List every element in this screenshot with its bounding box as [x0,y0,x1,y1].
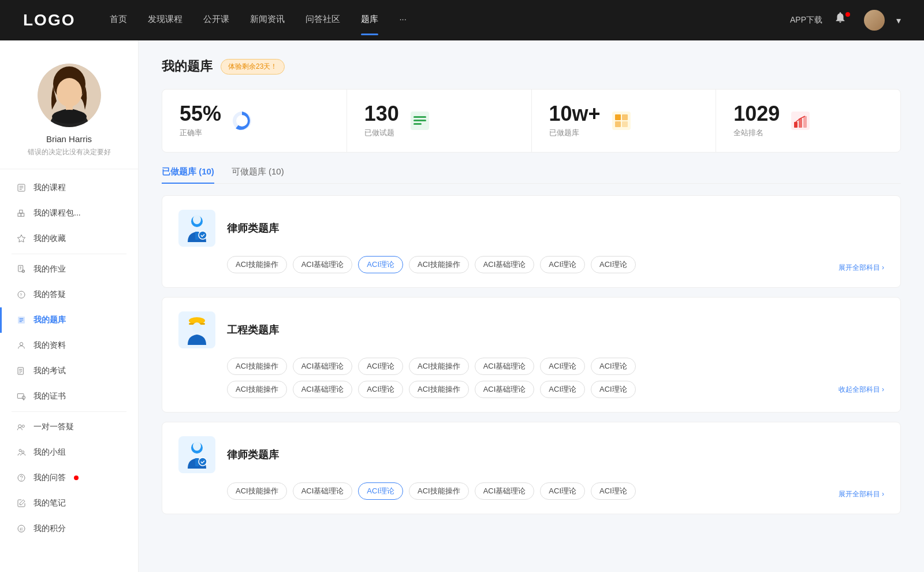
tag-1-1[interactable]: ACI技能操作 [227,256,287,273]
sidebar-item-homework[interactable]: 我的作业 [0,257,138,282]
bank-card-lawyer-1: 律师类题库 ACI技能操作 ACI基础理论 ACI理论 ACI技能操作 ACI基… [162,195,901,288]
svg-rect-40 [612,112,631,130]
stat-rank-label: 全站排名 [733,128,780,138]
tag-1-5[interactable]: ACI基础理论 [475,256,535,273]
list-icon [409,110,430,131]
tag-3-1[interactable]: ACI技能操作 [227,482,287,500]
sidebar-item-qbank[interactable]: 我的题库 [0,307,138,333]
avatar[interactable] [864,10,885,31]
sidebar-label-qbank: 我的题库 [33,315,66,325]
tag-2-2[interactable]: ACI基础理论 [293,358,353,375]
1on1-icon [16,422,27,432]
tag-2-13[interactable]: ACI理论 [540,381,585,398]
tag-1-6[interactable]: ACI理论 [540,256,585,273]
questions-icon [408,109,431,132]
nav-more[interactable]: ··· [399,14,407,27]
tag-3-4[interactable]: ACI技能操作 [409,482,469,500]
sidebar-label-notes: 我的笔记 [33,498,66,508]
sidebar-item-courses[interactable]: 我的课程 [0,175,138,200]
page-title: 我的题库 [162,58,213,75]
tag-1-7[interactable]: ACI理论 [591,256,636,273]
tag-2-10[interactable]: ACI理论 [358,381,403,398]
notification-bell[interactable] [834,11,852,29]
bank-tags-2-row2: ACI技能操作 ACI基础理论 ACI理论 ACI技能操作 ACI基础理论 AC… [227,381,884,398]
exams-icon [16,366,27,376]
engineer-figure [183,315,211,345]
chevron-down-icon[interactable]: ▾ [896,15,901,26]
svg-point-31 [21,480,21,480]
bank-tags-1: ACI技能操作 ACI基础理论 ACI理论 ACI技能操作 ACI基础理论 AC… [227,256,884,273]
answers-icon: ? [16,289,27,300]
tag-2-9[interactable]: ACI基础理论 [293,381,353,398]
tab-done-banks[interactable]: 已做题库 (10) [162,166,214,183]
sidebar-item-notes[interactable]: 我的笔记 [0,491,138,516]
nav-news[interactable]: 新闻资讯 [250,14,285,27]
courses-icon [16,183,27,193]
tag-3-2[interactable]: ACI基础理论 [293,482,353,500]
bell-icon [834,11,847,24]
stat-rank-value: 1029 [733,103,780,124]
sidebar-label-exams: 我的考试 [33,366,66,376]
nav-right: APP下载 ▾ [790,10,901,31]
nav-question-bank[interactable]: 题库 [361,14,378,27]
tag-2-4[interactable]: ACI技能操作 [409,358,469,375]
sidebar-item-1on1[interactable]: 一对一答疑 [0,414,138,440]
tag-2-3[interactable]: ACI理论 [358,358,403,375]
sidebar-label-certs: 我的证书 [33,391,66,402]
stat-banks-label: 已做题库 [549,128,601,138]
svg-rect-39 [413,123,422,125]
navbar: LOGO 首页 发现课程 公开课 新闻资讯 问答社区 题库 ··· APP下载 … [0,0,924,40]
expand-btn-1[interactable]: 展开全部科目 › [839,263,884,273]
tab-todo-banks[interactable]: 可做题库 (10) [232,166,284,183]
nav-open-course[interactable]: 公开课 [203,14,229,27]
app-download-btn[interactable]: APP下载 [790,15,822,25]
svg-point-29 [22,451,24,453]
tag-3-7[interactable]: ACI理论 [591,482,636,500]
svg-point-4 [52,110,87,124]
tag-2-12[interactable]: ACI基础理论 [475,381,535,398]
sidebar-item-favorites[interactable]: 我的收藏 [0,226,138,251]
tag-3-3[interactable]: ACI理论 [358,482,403,500]
profile-avatar [38,64,101,127]
page-header: 我的题库 体验剩余23天！ [162,58,901,75]
sidebar-label-points: 我的积分 [33,523,66,534]
packages-icon [16,208,27,218]
svg-rect-9 [18,213,21,216]
notification-dot [845,12,850,17]
svg-point-56 [192,322,202,333]
tag-1-3[interactable]: ACI理论 [358,256,403,273]
sidebar-label-1on1: 一对一答疑 [33,422,74,432]
sidebar-item-certs[interactable]: 我的证书 [0,384,138,409]
sidebar-item-points[interactable]: 积 我的积分 [0,516,138,541]
tag-3-5[interactable]: ACI基础理论 [475,482,535,500]
points-icon: 积 [16,523,27,534]
tag-1-4[interactable]: ACI技能操作 [409,256,469,273]
svg-rect-37 [413,116,426,118]
svg-rect-10 [21,213,24,216]
tag-2-6[interactable]: ACI理论 [540,358,585,375]
sidebar-item-exams[interactable]: 我的考试 [0,358,138,384]
sidebar-label-homework: 我的作业 [33,264,66,274]
sidebar-item-packages[interactable]: 我的课程包... [0,200,138,226]
bank-title-3: 律师类题库 [227,448,279,462]
sidebar-item-myqa[interactable]: 我的问答 [0,465,138,491]
sidebar-item-groups[interactable]: 我的小组 [0,440,138,465]
sidebar: Brian Harris 错误的决定比没有决定要好 我的课程 我的课程包... [0,40,139,572]
tag-2-11[interactable]: ACI技能操作 [409,381,469,398]
tag-2-8[interactable]: ACI技能操作 [227,381,287,398]
nav-qa[interactable]: 问答社区 [305,14,340,27]
collapse-btn-2[interactable]: 收起全部科目 › [839,385,884,395]
nav-discover[interactable]: 发现课程 [148,14,182,27]
accuracy-icon [230,109,254,132]
nav-home[interactable]: 首页 [110,14,127,27]
logo: LOGO [23,11,75,29]
tag-3-6[interactable]: ACI理论 [540,482,585,500]
tag-1-2[interactable]: ACI基础理论 [293,256,353,273]
sidebar-item-answers[interactable]: ? 我的答疑 [0,282,138,307]
sidebar-item-profile[interactable]: 我的资料 [0,333,138,358]
tag-2-7[interactable]: ACI理论 [591,358,636,375]
expand-btn-3[interactable]: 展开全部科目 › [839,489,884,499]
tag-2-1[interactable]: ACI技能操作 [227,358,287,375]
tag-2-5[interactable]: ACI基础理论 [475,358,535,375]
tag-2-14[interactable]: ACI理论 [591,381,636,398]
